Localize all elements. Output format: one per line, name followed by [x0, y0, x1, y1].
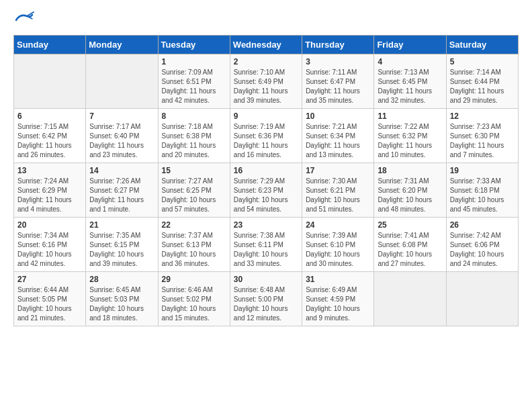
calendar-header-cell: Monday: [86, 36, 158, 54]
day-number: 14: [89, 166, 154, 175]
day-info: Sunrise: 7:13 AM Sunset: 6:45 PM Dayligh…: [378, 68, 442, 105]
day-number: 19: [450, 166, 515, 175]
day-number: 5: [450, 57, 515, 66]
calendar-week-row: 20Sunrise: 7:34 AM Sunset: 6:16 PM Dayli…: [14, 218, 519, 272]
day-number: 16: [234, 166, 298, 175]
day-number: 28: [89, 275, 154, 284]
logo: [13, 11, 38, 30]
calendar-cell: 9Sunrise: 7:19 AM Sunset: 6:36 PM Daylig…: [230, 109, 302, 163]
calendar-cell: 29Sunrise: 6:46 AM Sunset: 5:02 PM Dayli…: [158, 272, 230, 326]
day-info: Sunrise: 7:21 AM Sunset: 6:34 PM Dayligh…: [306, 122, 370, 160]
calendar-week-row: 6Sunrise: 7:15 AM Sunset: 6:42 PM Daylig…: [14, 109, 519, 163]
calendar-week-row: 1Sunrise: 7:09 AM Sunset: 6:51 PM Daylig…: [14, 54, 519, 109]
calendar-cell: 14Sunrise: 7:26 AM Sunset: 6:27 PM Dayli…: [86, 163, 158, 218]
calendar-cell: 5Sunrise: 7:14 AM Sunset: 6:44 PM Daylig…: [446, 54, 518, 109]
day-info: Sunrise: 7:31 AM Sunset: 6:20 PM Dayligh…: [378, 177, 442, 214]
day-number: 3: [306, 57, 370, 66]
day-info: Sunrise: 7:42 AM Sunset: 6:06 PM Dayligh…: [450, 231, 515, 269]
calendar-cell: 4Sunrise: 7:13 AM Sunset: 6:45 PM Daylig…: [374, 54, 446, 109]
calendar-cell: 22Sunrise: 7:37 AM Sunset: 6:13 PM Dayli…: [158, 218, 230, 272]
day-info: Sunrise: 7:34 AM Sunset: 6:16 PM Dayligh…: [17, 231, 82, 269]
day-number: 21: [89, 220, 154, 230]
calendar-cell: 31Sunrise: 6:49 AM Sunset: 4:59 PM Dayli…: [302, 272, 374, 326]
day-number: 12: [450, 111, 515, 121]
calendar-header-cell: Sunday: [14, 36, 86, 54]
day-number: 20: [17, 220, 82, 230]
calendar-header-cell: Tuesday: [158, 36, 230, 54]
calendar-cell: 12Sunrise: 7:23 AM Sunset: 6:30 PM Dayli…: [446, 109, 518, 163]
day-number: 13: [17, 166, 82, 175]
day-info: Sunrise: 7:29 AM Sunset: 6:23 PM Dayligh…: [234, 177, 298, 214]
calendar-cell: 27Sunrise: 6:44 AM Sunset: 5:05 PM Dayli…: [14, 272, 86, 326]
calendar-cell: 20Sunrise: 7:34 AM Sunset: 6:16 PM Dayli…: [14, 218, 86, 272]
day-number: 17: [306, 166, 370, 175]
day-number: 31: [306, 275, 370, 284]
day-info: Sunrise: 7:22 AM Sunset: 6:32 PM Dayligh…: [378, 122, 442, 160]
calendar-cell: [86, 54, 158, 109]
day-number: 4: [378, 57, 442, 66]
calendar-cell: 24Sunrise: 7:39 AM Sunset: 6:10 PM Dayli…: [302, 218, 374, 272]
calendar-cell: 16Sunrise: 7:29 AM Sunset: 6:23 PM Dayli…: [230, 163, 302, 218]
day-info: Sunrise: 7:33 AM Sunset: 6:18 PM Dayligh…: [450, 177, 515, 214]
day-info: Sunrise: 6:49 AM Sunset: 4:59 PM Dayligh…: [306, 285, 370, 323]
day-info: Sunrise: 6:44 AM Sunset: 5:05 PM Dayligh…: [17, 285, 82, 323]
day-number: 15: [162, 166, 226, 175]
day-number: 29: [162, 275, 226, 284]
day-info: Sunrise: 7:11 AM Sunset: 6:47 PM Dayligh…: [306, 68, 370, 105]
day-number: 6: [17, 111, 82, 121]
day-info: Sunrise: 7:37 AM Sunset: 6:13 PM Dayligh…: [162, 231, 226, 269]
calendar-cell: 3Sunrise: 7:11 AM Sunset: 6:47 PM Daylig…: [302, 54, 374, 109]
calendar-cell: 21Sunrise: 7:35 AM Sunset: 6:15 PM Dayli…: [86, 218, 158, 272]
day-info: Sunrise: 7:09 AM Sunset: 6:51 PM Dayligh…: [162, 68, 226, 105]
day-info: Sunrise: 7:27 AM Sunset: 6:25 PM Dayligh…: [162, 177, 226, 214]
calendar-header-row: SundayMondayTuesdayWednesdayThursdayFrid…: [14, 36, 519, 54]
day-info: Sunrise: 6:48 AM Sunset: 5:00 PM Dayligh…: [234, 285, 298, 323]
day-number: 1: [162, 57, 226, 66]
day-info: Sunrise: 7:41 AM Sunset: 6:08 PM Dayligh…: [378, 231, 442, 269]
calendar-cell: 26Sunrise: 7:42 AM Sunset: 6:06 PM Dayli…: [446, 218, 518, 272]
day-number: 18: [378, 166, 442, 175]
calendar-header-cell: Saturday: [446, 36, 518, 54]
day-info: Sunrise: 6:45 AM Sunset: 5:03 PM Dayligh…: [89, 285, 154, 323]
calendar-cell: [14, 54, 86, 109]
day-info: Sunrise: 7:26 AM Sunset: 6:27 PM Dayligh…: [89, 177, 154, 214]
calendar-header-cell: Thursday: [302, 36, 374, 54]
day-number: 8: [162, 111, 226, 121]
calendar-cell: 15Sunrise: 7:27 AM Sunset: 6:25 PM Dayli…: [158, 163, 230, 218]
logo-icon: [13, 11, 35, 30]
day-info: Sunrise: 7:14 AM Sunset: 6:44 PM Dayligh…: [450, 68, 515, 105]
calendar-cell: 28Sunrise: 6:45 AM Sunset: 5:03 PM Dayli…: [86, 272, 158, 326]
day-info: Sunrise: 7:19 AM Sunset: 6:36 PM Dayligh…: [234, 122, 298, 160]
day-number: 26: [450, 220, 515, 230]
calendar-cell: 8Sunrise: 7:18 AM Sunset: 6:38 PM Daylig…: [158, 109, 230, 163]
day-info: Sunrise: 7:15 AM Sunset: 6:42 PM Dayligh…: [17, 122, 82, 160]
day-number: 9: [234, 111, 298, 121]
calendar-cell: 23Sunrise: 7:38 AM Sunset: 6:11 PM Dayli…: [230, 218, 302, 272]
day-number: 7: [89, 111, 154, 121]
day-info: Sunrise: 7:38 AM Sunset: 6:11 PM Dayligh…: [234, 231, 298, 269]
day-number: 30: [234, 275, 298, 284]
day-number: 22: [162, 220, 226, 230]
day-number: 27: [17, 275, 82, 284]
day-info: Sunrise: 6:46 AM Sunset: 5:02 PM Dayligh…: [162, 285, 226, 323]
calendar-cell: 1Sunrise: 7:09 AM Sunset: 6:51 PM Daylig…: [158, 54, 230, 109]
calendar-cell: 25Sunrise: 7:41 AM Sunset: 6:08 PM Dayli…: [374, 218, 446, 272]
day-info: Sunrise: 7:30 AM Sunset: 6:21 PM Dayligh…: [306, 177, 370, 214]
calendar-table: SundayMondayTuesdayWednesdayThursdayFrid…: [13, 35, 519, 326]
day-info: Sunrise: 7:23 AM Sunset: 6:30 PM Dayligh…: [450, 122, 515, 160]
calendar-header-cell: Friday: [374, 36, 446, 54]
calendar-cell: 30Sunrise: 6:48 AM Sunset: 5:00 PM Dayli…: [230, 272, 302, 326]
day-info: Sunrise: 7:10 AM Sunset: 6:49 PM Dayligh…: [234, 68, 298, 105]
day-info: Sunrise: 7:17 AM Sunset: 6:40 PM Dayligh…: [89, 122, 154, 160]
calendar-week-row: 13Sunrise: 7:24 AM Sunset: 6:29 PM Dayli…: [14, 163, 519, 218]
calendar-header-cell: Wednesday: [230, 36, 302, 54]
day-number: 2: [234, 57, 298, 66]
day-number: 10: [306, 111, 370, 121]
day-number: 11: [378, 111, 442, 121]
calendar-cell: 17Sunrise: 7:30 AM Sunset: 6:21 PM Dayli…: [302, 163, 374, 218]
calendar-cell: 7Sunrise: 7:17 AM Sunset: 6:40 PM Daylig…: [86, 109, 158, 163]
calendar-cell: 13Sunrise: 7:24 AM Sunset: 6:29 PM Dayli…: [14, 163, 86, 218]
day-info: Sunrise: 7:18 AM Sunset: 6:38 PM Dayligh…: [162, 122, 226, 160]
calendar-body: 1Sunrise: 7:09 AM Sunset: 6:51 PM Daylig…: [14, 54, 519, 326]
day-info: Sunrise: 7:39 AM Sunset: 6:10 PM Dayligh…: [306, 231, 370, 269]
